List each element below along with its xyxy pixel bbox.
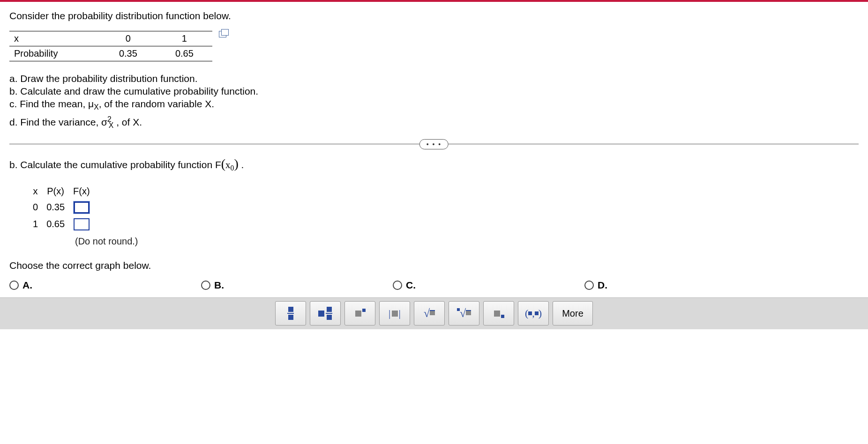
part-d-text: d. Find the variance, σ [9, 117, 107, 127]
cdf-input-cell [69, 216, 94, 232]
table-header-x: x [9, 31, 100, 46]
exponent-button[interactable] [344, 301, 375, 326]
section-b-prompt: b. Calculate the cumulative probability … [9, 156, 859, 172]
option-b[interactable]: B. [201, 280, 224, 291]
table-cell: 0.65 [156, 46, 212, 61]
math-toolbar: || √ √ (,) More [0, 297, 868, 329]
expand-pill[interactable]: • • • [419, 139, 449, 149]
option-d[interactable]: D. [584, 280, 607, 291]
radio-icon [201, 281, 210, 290]
cdf-header-fx: F(x) [69, 184, 94, 199]
graph-options: A. B. C. D. [9, 280, 859, 291]
absolute-value-button[interactable]: || [379, 301, 410, 326]
content-area: Consider the probability distribution fu… [0, 2, 868, 291]
section-divider: • • • [9, 144, 859, 144]
option-b-label: B. [214, 280, 224, 291]
part-c-text-end: , of the random variable X. [99, 98, 214, 109]
question-prompt: Consider the probability distribution fu… [9, 10, 859, 22]
subscript-x: X [109, 121, 114, 129]
part-d-text-end: , of X. [113, 117, 142, 127]
no-round-hint: (Do not round.) [75, 236, 859, 247]
ordered-pair-button[interactable]: (,) [518, 301, 549, 326]
fx-input-1[interactable] [74, 218, 90, 230]
cdf-cell-px: 0.35 [43, 200, 68, 215]
cdf-table: x P(x) F(x) 0 0.35 1 0.65 [28, 183, 95, 233]
more-button[interactable]: More [553, 301, 593, 326]
section-b-text: b. Calculate the cumulative probability … [9, 159, 221, 170]
cdf-cell-x: 1 [29, 216, 42, 232]
fraction-button[interactable] [275, 301, 306, 326]
radio-icon [9, 281, 19, 290]
paren-close: ) [234, 156, 238, 171]
arg-x: x [225, 159, 231, 170]
option-c-label: C. [406, 280, 416, 291]
part-d: d. Find the variance, σ2X , of X. [9, 115, 859, 130]
cdf-input-cell [69, 200, 94, 215]
sqrt-button[interactable]: √ [414, 301, 445, 326]
cdf-header-x: x [29, 184, 42, 199]
subscript-button[interactable] [483, 301, 514, 326]
fx-input-0[interactable] [74, 201, 90, 214]
nth-root-button[interactable]: √ [449, 301, 479, 326]
part-c-text: c. Find the mean, μ [9, 98, 94, 109]
mixed-fraction-button[interactable] [310, 301, 341, 326]
table-header-probability: Probability [9, 46, 100, 61]
subscript-x: X [94, 103, 99, 111]
cdf-header-px: P(x) [43, 184, 68, 199]
option-d-label: D. [598, 280, 607, 291]
question-parts: a. Draw the probability distribution fun… [9, 73, 859, 130]
option-a[interactable]: A. [9, 280, 32, 291]
probability-table: x 0 1 Probability 0.35 0.65 [9, 31, 212, 61]
table-cell: 0.35 [100, 46, 156, 61]
option-a-label: A. [22, 280, 32, 291]
part-a: a. Draw the probability distribution fun… [9, 73, 859, 84]
paren-open: ( [221, 156, 225, 171]
choose-graph-label: Choose the correct graph below. [9, 260, 859, 271]
radio-icon [393, 281, 402, 290]
part-c: c. Find the mean, μX, of the random vari… [9, 98, 859, 111]
table-cell: 0 [100, 31, 156, 46]
table-cell: 1 [156, 31, 212, 46]
option-c[interactable]: C. [393, 280, 416, 291]
radio-icon [584, 281, 594, 290]
copy-icon[interactable] [219, 31, 226, 37]
cdf-cell-px: 0.65 [43, 216, 68, 232]
part-b: b. Calculate and draw the cumulative pro… [9, 86, 859, 97]
section-b-text-end: . [239, 159, 244, 170]
cdf-cell-x: 0 [29, 200, 42, 215]
